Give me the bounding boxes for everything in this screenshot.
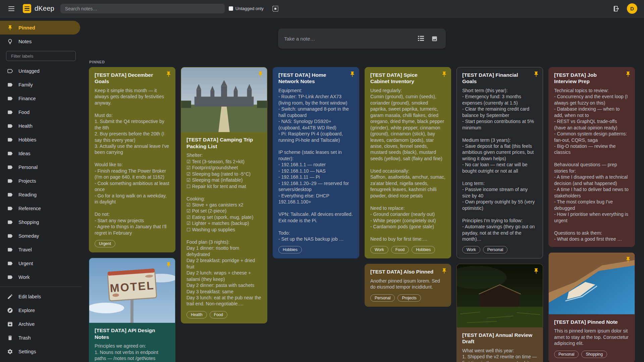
pencil-icon <box>6 294 14 300</box>
sidebar-label-text: Travel <box>18 247 32 252</box>
tag-chip[interactable]: Projects <box>397 294 421 302</box>
sidebar-label-hobbies[interactable]: Hobbies <box>0 133 82 146</box>
sidebar-label-text: Personal <box>18 165 38 170</box>
tag-chip[interactable]: Personal <box>370 294 395 302</box>
pin-icon[interactable] <box>532 267 540 275</box>
tag-icon <box>6 150 14 157</box>
note-body: Used regularly: Cumin (ground), cumin (s… <box>370 87 445 242</box>
note-card-camping-trip[interactable]: [TEST DATA] Camping Trip Packing List Sh… <box>181 67 267 323</box>
pin-icon[interactable] <box>257 70 264 78</box>
tag-chip[interactable]: Urgent <box>95 240 115 247</box>
pin-icon <box>6 25 14 31</box>
pin-icon[interactable] <box>624 70 632 78</box>
note-body: Short term (this year): - Emergency fund… <box>462 87 537 242</box>
tag-icon <box>6 205 14 212</box>
note-card-annual-review[interactable]: [TEST DATA] Annual Review Draft What wen… <box>457 264 543 362</box>
note-card-pinned-note[interactable]: [TEST DATA] Pinned Note This is pinned l… <box>548 252 635 362</box>
sidebar-label-finance[interactable]: Finance <box>0 92 82 105</box>
grid-view-icon[interactable] <box>272 6 278 12</box>
pin-icon[interactable] <box>348 70 356 78</box>
tag-chip[interactable]: Food <box>210 311 227 318</box>
chateau-photo <box>181 67 267 132</box>
tag-icon <box>6 192 14 198</box>
sidebar-item-pinned[interactable]: Pinned <box>0 21 80 35</box>
tag-chip[interactable]: Food <box>391 246 409 253</box>
tag-chip[interactable]: Work <box>370 246 388 253</box>
sidebar-item-notes[interactable]: Notes <box>0 35 80 48</box>
note-card-api-design-notes[interactable]: MOTEL [TEST DATA] API Design Notes Princ… <box>89 258 175 362</box>
sidebar-label-health[interactable]: Health <box>0 119 82 133</box>
sidebar-label-family[interactable]: Family <box>0 78 82 92</box>
untagged-only-checkbox[interactable] <box>229 6 233 11</box>
search-input[interactable] <box>60 4 225 13</box>
tag-chip[interactable]: Shopping <box>581 351 607 358</box>
note-title: [TEST DATA] Spice Cabinet Inventory <box>370 72 445 85</box>
sidebar-label-food[interactable]: Food <box>0 105 82 119</box>
hamburger-menu-icon[interactable] <box>5 2 18 15</box>
untagged-only-label: Untagged only <box>235 6 264 11</box>
sidebar-label-personal[interactable]: Personal <box>0 160 82 174</box>
sidebar-label-urgent[interactable]: Urgent <box>0 256 82 270</box>
note-title: [TEST DATA] Financial Goals <box>462 72 537 85</box>
sidebar-label-text: Finance <box>18 96 36 101</box>
take-a-note-input[interactable] <box>284 36 414 42</box>
tag-chip[interactable]: Health <box>186 311 207 318</box>
pin-icon[interactable] <box>165 261 172 268</box>
note-title: [TEST DATA] Also Pinned <box>370 268 445 275</box>
motel-sign-photo: MOTEL <box>89 258 175 323</box>
pin-icon[interactable] <box>624 256 632 263</box>
tag-chip[interactable]: Personal <box>483 246 507 253</box>
tag-chip[interactable]: Hobbies <box>278 246 302 253</box>
note-card-job-interview-prep[interactable]: [TEST DATA] Job Interview Prep Technical… <box>548 67 635 247</box>
main-content: PINNED [TEST DATA] December Goals Keep i… <box>82 17 644 362</box>
note-body: Technical topics to review: - Concurrenc… <box>554 87 629 242</box>
sidebar-label-someday[interactable]: Someday <box>0 229 82 243</box>
untagged-only-toggle[interactable]: Untagged only <box>229 6 264 11</box>
sidebar-item-explore[interactable]: Explore <box>0 303 82 317</box>
sidebar-item-edit-labels[interactable]: Edit labels <box>0 290 82 303</box>
sidebar-item-trash[interactable]: Trash <box>0 331 82 345</box>
pin-icon[interactable] <box>165 70 172 78</box>
note-card-home-network[interactable]: [TEST DATA] Home Network Notes Equipment… <box>273 67 359 258</box>
tag-chip[interactable]: Personal <box>554 351 579 358</box>
pin-icon[interactable] <box>440 70 448 78</box>
checklist-icon[interactable] <box>414 32 428 45</box>
pin-icon[interactable] <box>440 267 448 275</box>
image-icon[interactable] <box>428 32 441 45</box>
tag-icon <box>6 123 14 129</box>
tag-icon <box>6 233 14 239</box>
logout-icon[interactable] <box>612 4 621 13</box>
note-title: [TEST DATA] Camping Trip Packing List <box>186 136 262 149</box>
sidebar-label-shopping[interactable]: Shopping <box>0 215 82 229</box>
avatar[interactable]: D <box>627 3 637 14</box>
sidebar-divider <box>0 287 82 287</box>
note-card-financial-goals[interactable]: [TEST DATA] Financial Goals Short term (… <box>457 67 543 258</box>
tag-icon <box>6 247 14 253</box>
sidebar-label-text: Family <box>18 82 33 87</box>
filter-labels-input[interactable] <box>6 51 76 61</box>
sidebar-label-untagged[interactable]: Untagged <box>0 64 82 78</box>
sidebar-label-text: Urgent <box>18 261 33 266</box>
sidebar-label-ideas[interactable]: Ideas <box>0 146 82 160</box>
sidebar-label-reading[interactable]: Reading <box>0 188 82 201</box>
note-card-also-pinned[interactable]: [TEST DATA] Also Pinned Another pinned i… <box>365 264 451 306</box>
sidebar-item-label: Notes <box>18 39 32 44</box>
tag-icon <box>6 96 14 102</box>
sidebar-item-label: Trash <box>18 335 31 341</box>
note-card-december-goals[interactable]: [TEST DATA] December Goals Keep it simpl… <box>89 67 175 252</box>
sidebar-item-settings[interactable]: Settings <box>0 345 82 358</box>
sidebar-label-work[interactable]: Work <box>0 270 82 284</box>
tag-chip[interactable]: Work <box>462 246 480 253</box>
sidebar-item-label: Settings <box>18 349 36 354</box>
note-composer[interactable] <box>278 28 446 49</box>
sidebar-label-reference[interactable]: Reference <box>0 201 82 215</box>
sidebar-label-travel[interactable]: Travel <box>0 243 82 256</box>
sidebar-item-label: Pinned <box>18 25 35 31</box>
note-card-spice-cabinet[interactable]: [TEST DATA] Spice Cabinet Inventory Used… <box>365 67 451 258</box>
barn-night-photo <box>457 264 543 327</box>
sidebar-label-projects[interactable]: Projects <box>0 174 82 188</box>
pin-icon[interactable] <box>532 70 540 78</box>
tag-chip[interactable]: Hobbies <box>412 246 435 253</box>
note-body: What went well this year: 1. Shipped the… <box>462 348 537 362</box>
sidebar-item-archive[interactable]: Archive <box>0 317 82 331</box>
